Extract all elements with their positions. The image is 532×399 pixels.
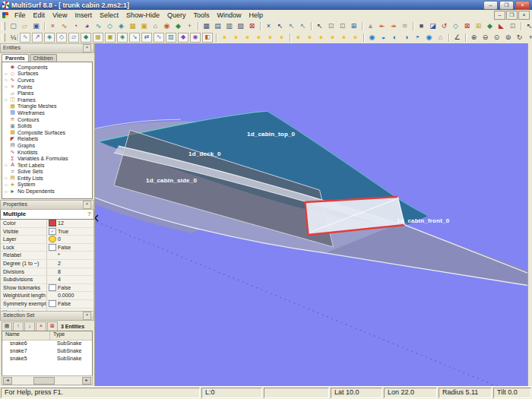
child-minimize-button[interactable]: – [494, 11, 505, 20]
expand-arrow-icon[interactable]: ▷ [4, 71, 9, 76]
column-header-name[interactable]: Name [2, 331, 50, 340]
property-value[interactable]: 4 [47, 276, 93, 283]
tree-item[interactable]: ▷ ► No Dependents [2, 188, 92, 195]
property-control-icon[interactable] [49, 228, 56, 235]
toolbar-drag-handle[interactable] [2, 22, 5, 30]
toolbar-icon[interactable]: ▱ [68, 33, 79, 43]
toolbar-icon[interactable]: ● [304, 33, 315, 43]
scroll-right-icon[interactable]: ► [82, 377, 91, 385]
property-value[interactable]: 12 [47, 220, 93, 227]
tree-item[interactable]: ▣ Solids [2, 122, 92, 129]
menu-item[interactable]: Edit [30, 10, 49, 21]
property-value[interactable]: True [47, 228, 93, 236]
menu-item[interactable]: File [11, 10, 30, 21]
toolbar-icon[interactable]: ↞ [376, 21, 388, 31]
toolbar-icon[interactable]: ▦ [127, 21, 138, 31]
tree-item[interactable]: ▷ × Points [2, 84, 92, 90]
property-control-icon[interactable] [49, 284, 56, 291]
tree-item[interactable]: Σ Variables & Formulas [2, 155, 92, 162]
child-close-button[interactable]: × [518, 11, 530, 20]
toolbar-icon[interactable]: ◉ [366, 33, 378, 43]
toolbar-icon[interactable]: ◆ [173, 21, 184, 31]
property-value[interactable]: 0 [47, 236, 93, 243]
toolbar-icon[interactable]: ▲ [365, 21, 376, 31]
toolbar-icon[interactable]: ● [315, 33, 327, 43]
toolbar-icon[interactable]: ⌂ [150, 21, 161, 31]
toolbar-icon[interactable]: ◪ [427, 21, 439, 31]
toolbar-icon[interactable]: ◒ [378, 33, 389, 43]
toolbar-icon[interactable]: × [47, 21, 59, 31]
toolbar-icon[interactable]: ▢ [8, 21, 19, 31]
toolbar-icon[interactable]: ● [242, 33, 253, 43]
tree-item[interactable]: ≋ Contours [2, 116, 92, 123]
toolbar-icon[interactable]: ⊕ [468, 33, 480, 43]
toolbar-icon[interactable]: ◣ [496, 21, 507, 31]
tree-item[interactable]: ▱ Planes [2, 90, 92, 97]
toolbar-icon[interactable]: ◉ [161, 21, 173, 31]
expand-arrow-icon[interactable]: ▷ [4, 189, 9, 194]
property-value[interactable]: False [47, 284, 93, 292]
toolbar-icon[interactable]: ↘ [129, 33, 140, 43]
help-icon[interactable]: ? [87, 210, 91, 219]
column-header-type[interactable]: Type [50, 331, 92, 340]
scrollbar-thumb[interactable] [33, 377, 55, 385]
menu-item[interactable]: Show-Hide [122, 10, 163, 21]
tree-item[interactable]: ∿ Knotlists [2, 149, 92, 156]
menu-item[interactable]: Window [213, 10, 245, 21]
expand-arrow-icon[interactable]: ▷ [4, 84, 9, 89]
toolbar-icon[interactable]: ● [293, 33, 304, 43]
toolbar-icon[interactable]: ◔ [70, 21, 81, 31]
menu-item[interactable]: Help [245, 10, 268, 21]
toolbar-icon[interactable]: + [184, 21, 195, 31]
property-value[interactable]: False [47, 300, 93, 308]
toolbar-icon[interactable]: ● [327, 33, 338, 43]
property-control-icon[interactable] [49, 220, 56, 226]
property-control-icon[interactable] [49, 300, 56, 307]
property-value[interactable]: False [47, 244, 93, 252]
toolbar-icon[interactable]: ● [253, 33, 264, 43]
toolbar-icon[interactable]: ● [276, 33, 287, 43]
toolbar-icon[interactable]: ◇ [450, 21, 461, 31]
toolbar-icon[interactable]: ▥ [223, 21, 235, 31]
toolbar-icon[interactable]: ◇ [56, 33, 67, 43]
toolbar-icon[interactable]: ◇ [104, 21, 116, 31]
toolbar-icon[interactable]: ⊚ [502, 33, 514, 43]
toolbar-icon[interactable]: ↗ [32, 33, 43, 43]
toolbar-icon[interactable]: ◉ [190, 33, 201, 43]
tree-item[interactable]: ▷ A Text Labels [2, 162, 92, 169]
tree-item[interactable]: ▤ Graphs [2, 142, 92, 149]
toolbar-icon[interactable]: ↖ [286, 21, 297, 31]
toolbar-icon[interactable]: ▣ [138, 21, 150, 31]
tree-item[interactable]: ▩ Composite Surfaces [2, 129, 92, 136]
toolbar-icon[interactable]: ⊡ [325, 21, 337, 31]
toolbar-icon[interactable]: ▣ [30, 21, 42, 31]
child-restore-button[interactable]: ❐ [506, 11, 518, 20]
toolbar-icon[interactable]: ∠ [451, 33, 463, 43]
3d-viewport[interactable]: 1d_cabin_top_0 1d_deck_0 1d_cabin_side_0… [95, 43, 527, 387]
property-control-icon[interactable] [49, 236, 56, 242]
toolbar-icon[interactable]: ↠ [388, 21, 399, 31]
property-value[interactable]: * [47, 252, 93, 259]
toolbar-icon[interactable]: ■ [416, 21, 427, 31]
toolbar-icon[interactable]: ◕ [81, 21, 93, 31]
toolbar-icon[interactable]: ↻ [514, 33, 525, 43]
toolbar-icon[interactable]: ▦ [93, 33, 103, 43]
property-value[interactable]: 0.0000 [47, 292, 93, 299]
toolbar-icon[interactable]: ● [264, 33, 276, 43]
toolbar-icon[interactable]: ◧ [202, 33, 213, 43]
toolbar-icon[interactable]: ▧ [235, 21, 246, 31]
toolbar-icon[interactable]: ⊞ [348, 21, 359, 31]
toolbar-icon[interactable]: ▤ [212, 21, 223, 31]
property-control-icon[interactable] [49, 244, 56, 251]
close-panel-icon[interactable]: × [83, 312, 91, 320]
menu-item[interactable]: Tools [189, 10, 213, 21]
toolbar-icon[interactable]: ↖ [314, 21, 325, 31]
close-panel-icon[interactable]: × [83, 201, 91, 209]
tree-item[interactable]: ▷ ◇ Surfaces [2, 71, 92, 78]
expand-arrow-icon[interactable]: ▷ [4, 182, 9, 187]
minimize-button[interactable]: – [483, 1, 498, 10]
toolbar-icon[interactable]: ● [219, 33, 230, 43]
close-button[interactable]: × [515, 1, 530, 10]
toolbar-drag-handle[interactable] [2, 33, 5, 42]
tree-item[interactable]: ▷ ∿ Curves [2, 77, 92, 84]
